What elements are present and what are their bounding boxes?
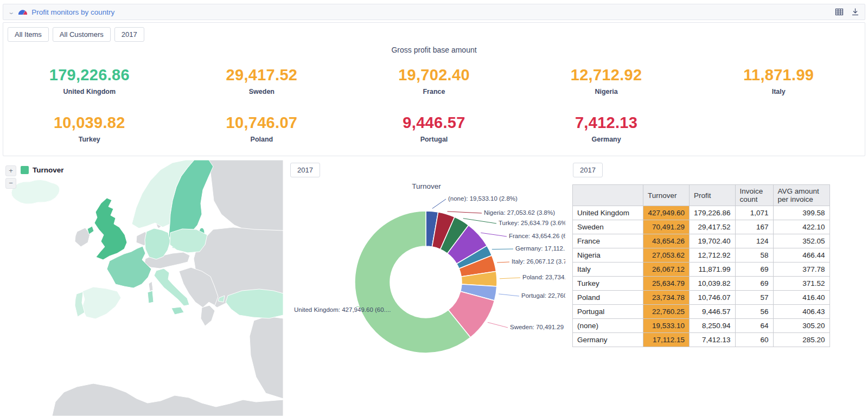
map-legend: Turnover	[21, 166, 64, 174]
table-row[interactable]: Turkey25,634.7910,039.8269371.52	[573, 277, 830, 291]
kpi-grid: 179,226.86United Kingdom29,417.52Sweden1…	[3, 66, 865, 143]
table-row[interactable]: Poland23,734.7810,746.0757416.40	[573, 291, 830, 305]
map-island-sicily[interactable]	[171, 307, 184, 315]
table-row[interactable]: (none)19,533.108,250.9464305.20	[573, 319, 830, 333]
table-cell: 57	[735, 291, 773, 305]
table-grid-icon[interactable]	[835, 8, 844, 16]
map-country-middle-east	[250, 316, 283, 399]
donut-label-sweden: Sweden: 70,491.29 (10.	[510, 324, 565, 330]
table-cell: 8,250.94	[690, 319, 736, 333]
table-cell: 10,746.07	[690, 291, 736, 305]
table-header-cell[interactable]: AVG amount per invoice	[773, 185, 829, 206]
map-country-united-kingdom[interactable]	[94, 198, 127, 260]
table-cell: France	[573, 234, 643, 248]
kpi-country-label: Portugal	[348, 136, 520, 143]
kpi-item[interactable]: 7,412.13Germany	[520, 114, 693, 143]
table-cell: 305.20	[773, 319, 829, 333]
kpi-panel: All Items All Customers 2017 Gross profi…	[3, 22, 865, 156]
map-panel: + − Turnover	[0, 160, 283, 416]
table-cell: 58	[735, 248, 773, 263]
donut-label-italy: Italy: 26,067.12 (3.7	[512, 258, 565, 265]
map-country-greece	[201, 305, 215, 326]
table-cell: Poland	[573, 291, 643, 305]
table-header-row: TurnoverProfitInvoice countAVG amount pe…	[573, 185, 830, 206]
donut-label-nigeria: Nigeria: 27,053.62 (3.8%)	[484, 209, 555, 216]
donut-leader-line	[499, 294, 519, 296]
table-header-cell[interactable]: Invoice count	[735, 185, 773, 206]
kpi-item[interactable]: 19,702.40France	[348, 66, 520, 95]
table-cell: 29,417.52	[690, 220, 736, 234]
map-country-turkey[interactable]	[226, 289, 283, 318]
kpi-value: 10,039.82	[3, 114, 176, 132]
table-cell: 10,039.82	[690, 277, 736, 291]
table-cell: 26,067.12	[643, 263, 690, 277]
donut-label-united-kingdom: United Kingdom: 427,949.60 (60....	[294, 306, 391, 313]
table-cell: 179,226.86	[690, 206, 736, 220]
table-cell: 124	[735, 234, 773, 248]
kpi-item[interactable]: 10,746.07Poland	[176, 114, 348, 143]
table-cell: 69	[735, 263, 773, 277]
kpi-item[interactable]: 10,039.82Turkey	[3, 114, 176, 143]
table-cell: 377.78	[773, 263, 829, 277]
table-cell: 7,412.13	[690, 333, 736, 347]
kpi-item[interactable]: 11,871.99Italy	[692, 66, 865, 95]
map-zoom-in-button[interactable]: +	[5, 165, 16, 176]
map-country-corsica	[149, 281, 153, 291]
kpi-value: 29,417.52	[176, 66, 348, 84]
donut-leader-line	[488, 322, 508, 328]
kpi-value: 19,702.40	[348, 66, 520, 84]
table-cell: 70,491.29	[643, 220, 690, 234]
table-row[interactable]: Nigeria27,053.6212,712.9258466.44	[573, 248, 830, 263]
kpi-country-label: Germany	[520, 136, 693, 143]
filter-all-items-button[interactable]: All Items	[8, 27, 49, 42]
table-cell: 9,446.57	[690, 305, 736, 319]
donut-label-turkey: Turkey: 25,634.79 (3.6%)	[499, 220, 565, 226]
map-country-spain[interactable]	[82, 287, 121, 319]
kpi-item[interactable]: 12,712.92Nigeria	[520, 66, 693, 95]
donut-leader-line	[432, 199, 446, 209]
map-country-iceland[interactable]	[11, 180, 60, 204]
table-row[interactable]: United Kingdom427,949.60179,226.861,0713…	[573, 206, 830, 220]
table-cell: 12,712.92	[690, 248, 736, 263]
map-country-north-africa	[52, 383, 283, 416]
table-cell: Germany	[573, 333, 643, 347]
table-header-cell[interactable]: Turnover	[643, 185, 690, 206]
table-cell: 69	[735, 277, 773, 291]
table-row[interactable]: Portugal22,760.259,446.5756406.43	[573, 305, 830, 319]
filter-all-customers-button[interactable]: All Customers	[53, 27, 111, 42]
europe-choropleth-map	[0, 160, 283, 416]
table-cell: 19,702.40	[690, 234, 736, 248]
table-row[interactable]: Sweden70,491.2929,417.52167422.10	[573, 220, 830, 234]
table-row[interactable]: Germany17,112.157,412.1360285.20	[573, 333, 830, 347]
table-cell: 1,071	[735, 206, 773, 220]
table-cell: 22,760.25	[643, 305, 690, 319]
chevron-down-icon[interactable]: ⌄	[8, 9, 15, 16]
kpi-country-label: Poland	[176, 136, 348, 143]
map-island-sardinia[interactable]	[148, 291, 154, 303]
table-cell: 399.58	[773, 206, 829, 220]
table-header-cell[interactable]	[573, 185, 643, 206]
filter-bar: All Items All Customers 2017	[8, 27, 144, 42]
table-year-filter-button[interactable]: 2017	[573, 163, 603, 177]
kpi-country-label: Turkey	[3, 136, 176, 143]
page-title: Profit monitors by country	[31, 8, 114, 16]
kpi-item[interactable]: 29,417.52Sweden	[176, 66, 348, 95]
table-row[interactable]: France43,654.2619,702.40124352.05	[573, 234, 830, 248]
table-cell: United Kingdom	[573, 206, 643, 220]
table-cell: 406.43	[773, 305, 829, 319]
table-header-cell[interactable]: Profit	[690, 185, 736, 206]
donut-leader-line	[500, 278, 520, 279]
map-country-poland[interactable]	[170, 229, 207, 253]
table-row[interactable]: Italy26,067.1211,871.9969377.78	[573, 263, 830, 277]
kpi-item[interactable]: 179,226.86United Kingdom	[3, 66, 176, 95]
kpi-item[interactable]: 9,446.57Portugal	[348, 114, 520, 143]
filter-year-button[interactable]: 2017	[114, 27, 144, 42]
download-icon[interactable]	[851, 8, 859, 16]
map-zoom-out-button[interactable]: −	[5, 178, 16, 189]
table-cell: 427,949.60	[643, 206, 690, 220]
donut-panel: 2017 Turnover (none): 19,533.10 (2.8%) N…	[288, 160, 565, 416]
donut-label-portugal: Portugal: 22,760.25	[521, 292, 565, 299]
table-cell: Nigeria	[573, 248, 643, 263]
donut-label-germany: Germany: 17,112.15 (2.	[515, 245, 565, 252]
turnover-donut-chart	[288, 160, 565, 416]
